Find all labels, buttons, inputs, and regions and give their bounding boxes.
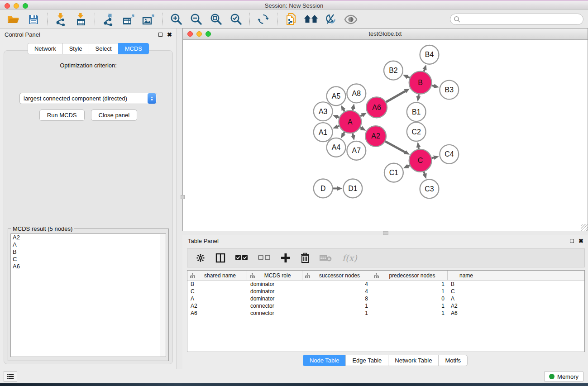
table-row[interactable]: Adominator80A: [187, 295, 584, 302]
node-table[interactable]: shared nameMCDS rolesuccessor nodesprede…: [187, 270, 585, 352]
edge-C-C2[interactable]: [418, 147, 419, 149]
column-header-name[interactable]: name: [448, 271, 485, 280]
table-row[interactable]: A2connector11A2: [187, 302, 584, 310]
cell-predecessor-nodes: 1: [371, 310, 448, 316]
export-network-icon[interactable]: [101, 13, 116, 26]
mcds-result-item[interactable]: C: [11, 256, 166, 263]
column-header-shared-name[interactable]: shared name: [187, 271, 247, 280]
table-row[interactable]: Cdominator41C: [187, 288, 584, 295]
node-label-B3: B3: [445, 86, 454, 94]
graphics-details-icon[interactable]: [324, 13, 338, 26]
table-settings-icon[interactable]: [196, 251, 206, 265]
cell-shared-name: B: [187, 281, 247, 287]
edge-C-C1[interactable]: [408, 165, 410, 166]
control-panel-title: Control Panel: [5, 31, 40, 38]
export-image-icon[interactable]: [141, 13, 156, 26]
edge-A2-C[interactable]: [385, 141, 405, 152]
delete-rows-icon[interactable]: [301, 251, 310, 265]
export-table-icon[interactable]: [121, 13, 136, 26]
clone-network-icon[interactable]: [284, 13, 298, 26]
node-label-A6: A6: [372, 104, 381, 111]
tab-edge-table[interactable]: Edge Table: [345, 355, 388, 366]
search-box[interactable]: [450, 14, 583, 25]
edge-B-B4[interactable]: [424, 69, 425, 71]
cell-predecessor-nodes: 1: [371, 281, 448, 287]
network-window-titlebar[interactable]: testGlobe.txt: [183, 29, 588, 40]
node-label-B1: B1: [412, 108, 421, 116]
mcds-result-item[interactable]: A6: [11, 263, 166, 270]
mcds-result-item[interactable]: B: [11, 248, 166, 256]
memory-button[interactable]: Memory: [544, 371, 583, 382]
zoom-out-icon[interactable]: [189, 13, 203, 26]
select-all-checkboxes-icon[interactable]: [235, 251, 248, 265]
edge-A-A2[interactable]: [360, 128, 362, 129]
graph-nodes[interactable]: B4B2BB3A5A8A6B1A3AC2A1A2A4A7C4CC1DD1C3: [314, 45, 459, 198]
function-builder-icon[interactable]: f(x): [342, 253, 357, 263]
open-session-icon[interactable]: [6, 13, 21, 26]
mcds-list-scrollbar[interactable]: [160, 234, 166, 357]
import-network-icon[interactable]: [54, 13, 68, 26]
birds-eye-view-icon[interactable]: [344, 13, 358, 26]
cell-shared-name: C: [187, 288, 247, 295]
close-panel-icon[interactable]: ✖: [167, 33, 172, 37]
edge-A-A7[interactable]: [353, 133, 353, 135]
tab-network[interactable]: Network: [28, 43, 62, 54]
splitter-grip-icon[interactable]: [181, 195, 185, 199]
delete-table-icon[interactable]: [320, 251, 332, 265]
float-panel-icon[interactable]: [158, 33, 163, 37]
edge-A6-B[interactable]: [386, 91, 406, 102]
tab-style[interactable]: Style: [62, 43, 89, 54]
zoom-fit-icon[interactable]: [209, 13, 223, 26]
zoom-selected-icon[interactable]: [229, 13, 243, 26]
edge-A-A5[interactable]: [344, 110, 344, 111]
column-visibility-icon[interactable]: [215, 251, 225, 265]
edge-A-A8[interactable]: [353, 108, 353, 110]
home-layout-icon[interactable]: [304, 13, 318, 26]
mcds-result-list[interactable]: A2ABCA6: [10, 234, 166, 357]
run-mcds-button[interactable]: Run MCDS: [39, 110, 85, 121]
table-body[interactable]: Bdominator41BCdominator41CAdominator80AA…: [187, 281, 584, 317]
deselect-all-checkboxes-icon[interactable]: [258, 251, 271, 265]
edge-A-A1[interactable]: [337, 126, 339, 127]
tab-network-table[interactable]: Network Table: [388, 355, 438, 366]
float-table-panel-icon[interactable]: [570, 239, 574, 243]
edge-C-C3[interactable]: [424, 172, 425, 174]
tab-motifs[interactable]: Motifs: [438, 355, 468, 366]
network-canvas[interactable]: B4B2BB3A5A8A6B1A3AC2A1A2A4A7C4CC1DD1C3: [184, 41, 586, 229]
window-resize-grip[interactable]: [581, 224, 588, 231]
add-row-icon[interactable]: [281, 251, 291, 265]
edge-B-B2[interactable]: [407, 77, 410, 78]
column-header-predecessor-nodes[interactable]: predecessor nodes: [371, 271, 448, 280]
refresh-view-icon[interactable]: [256, 13, 271, 26]
edge-A-A3[interactable]: [337, 117, 339, 118]
edge-B-B1[interactable]: [418, 94, 419, 97]
tab-select[interactable]: Select: [89, 43, 118, 54]
zoom-in-icon[interactable]: [169, 13, 183, 26]
tab-node-table[interactable]: Node Table: [303, 355, 346, 366]
close-table-panel-icon[interactable]: ✖: [578, 239, 583, 243]
node-label-A5: A5: [332, 92, 341, 100]
task-history-button[interactable]: [4, 371, 17, 382]
table-header-row[interactable]: shared nameMCDS rolesuccessor nodesprede…: [187, 271, 584, 281]
criterion-dropdown[interactable]: largest connected component (directed) ▲…: [19, 93, 157, 104]
edge-A-A4[interactable]: [344, 132, 344, 134]
edge-A-A6[interactable]: [360, 115, 362, 116]
close-panel-button[interactable]: Close panel: [91, 110, 138, 121]
tab-mcds[interactable]: MCDS: [118, 43, 149, 54]
save-session-icon[interactable]: [26, 13, 41, 26]
edge-C-C4[interactable]: [432, 157, 434, 158]
mcds-result-item[interactable]: A2: [11, 234, 166, 241]
mcds-result-item[interactable]: A: [11, 241, 166, 248]
table-row[interactable]: Bdominator41B: [187, 281, 584, 288]
network-canvas-area[interactable]: B4B2BB3A5A8A6B1A3AC2A1A2A4A7C4CC1DD1C3: [184, 41, 586, 229]
table-row[interactable]: A6connector11A6: [187, 310, 584, 317]
import-table-icon[interactable]: [74, 13, 88, 26]
criterion-value: largest connected component (directed): [20, 95, 148, 102]
horizontal-splitter-grip[interactable]: [383, 231, 388, 235]
edge-B-B3[interactable]: [432, 86, 435, 86]
node-label-A4: A4: [332, 143, 341, 151]
node-label-B4: B4: [425, 51, 434, 58]
column-header-MCDS-role[interactable]: MCDS role: [247, 271, 302, 280]
search-input[interactable]: [461, 15, 583, 24]
column-header-successor-nodes[interactable]: successor nodes: [302, 271, 371, 280]
